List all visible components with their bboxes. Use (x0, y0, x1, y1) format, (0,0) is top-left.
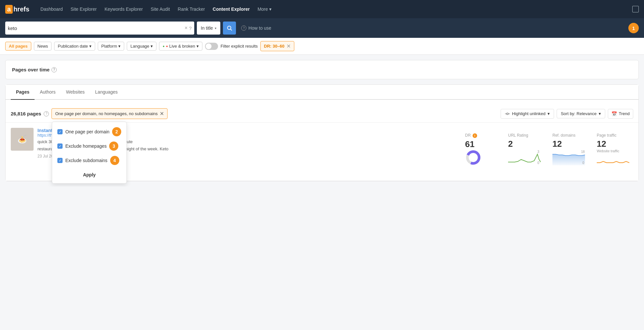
dr-info-icon[interactable]: i (473, 133, 477, 138)
pages-over-time-help-icon[interactable]: ? (51, 67, 57, 72)
all-pages-filter[interactable]: All pages (5, 42, 31, 51)
dropdown-item-exclude-homepages[interactable]: ✓ Exclude homepages 3 (52, 139, 126, 153)
language-chevron-icon: ▾ (151, 44, 153, 49)
svg-text:18: 18 (581, 150, 585, 154)
results-count: 26,816 pages (11, 111, 41, 116)
platform-label: Platform (101, 44, 117, 49)
nav-content-explorer[interactable]: Content Explorer (210, 5, 253, 14)
svg-marker-9 (552, 154, 585, 165)
language-label: Language (130, 44, 149, 49)
url-rating-chart: 3 0 (508, 149, 541, 165)
step-badge-3: 3 (109, 142, 118, 151)
filters-bar: All pages News Publication date ▾ Platfo… (0, 38, 644, 55)
dropdown-item-one-per-domain[interactable]: ✓ One page per domain 2 (52, 125, 126, 139)
platform-filter[interactable]: Platform ▾ (98, 42, 124, 51)
search-button[interactable] (223, 22, 236, 35)
how-to-use-icon: ? (241, 25, 246, 31)
live-broken-filter[interactable]: ● ● Live & broken ▾ (159, 42, 202, 51)
section-title-text: Pages over time (12, 67, 50, 72)
language-filter[interactable]: Language ▾ (127, 42, 156, 51)
nav-site-explorer[interactable]: Site Explorer (67, 5, 100, 14)
section-title: Pages over time ? (12, 67, 632, 72)
explicit-filter-label: Filter explicit results (221, 44, 258, 49)
dropdown-item-exclude-subdomains[interactable]: ✓ Exclude subdomains 4 (52, 153, 126, 168)
search-type-chevron-icon: ▾ (215, 26, 216, 30)
highlight-unlinked-label: Highlight unlinked (512, 111, 546, 116)
dr-filter-close-icon[interactable]: ✕ (286, 43, 291, 49)
tab-authors[interactable]: Authors (35, 85, 61, 100)
website-traffic-label: Website traffic (597, 149, 629, 153)
dropdown-item-label-exclude-homepages: Exclude homepages (65, 143, 107, 149)
dropdown-item-label-one-per-domain: One page per domain (65, 129, 109, 134)
page-traffic-stat-col: Page traffic 12 Website traffic (593, 128, 633, 175)
url-rating-label: URL Rating (508, 133, 541, 138)
trend-button[interactable]: 📅 Trend (608, 109, 633, 119)
logo[interactable]: a hrefs (5, 5, 29, 14)
results-controls-row: 26,816 pages ? One page per domain, no h… (6, 105, 638, 123)
broken-dot-icon: ● (166, 44, 168, 48)
tab-pages[interactable]: Pages (11, 85, 35, 100)
search-type-label: In title (201, 25, 213, 31)
search-clear-button[interactable]: × (184, 25, 187, 31)
explicit-filter-wrap: Filter explicit results (205, 43, 258, 50)
sort-chevron-icon: ▾ (599, 111, 601, 116)
sort-button[interactable]: Sort by: Relevance ▾ (557, 109, 605, 118)
svg-text:0: 0 (537, 161, 539, 165)
dr-filter-label: DR: 30–60 (264, 44, 285, 49)
svg-line-1 (231, 29, 232, 30)
svg-text:0: 0 (582, 161, 584, 165)
ref-domains-stat-col: Ref. domains 12 18 0 (549, 128, 589, 172)
nav-rank-tracker[interactable]: Rank Tracker (174, 5, 208, 14)
domain-filter-box[interactable]: One page per domain, no homepages, no su… (51, 108, 167, 119)
sort-label: Sort by: Relevance (561, 111, 597, 116)
checkbox-exclude-subdomains[interactable]: ✓ (57, 158, 63, 163)
publication-date-filter[interactable]: Publication date ▾ (54, 42, 95, 51)
dr-donut-chart (465, 149, 481, 166)
checkbox-exclude-homepages[interactable]: ✓ (57, 143, 63, 149)
dropdown-item-label-exclude-subdomains: Exclude subdomains (65, 158, 107, 163)
search-input[interactable] (8, 25, 184, 31)
nav-dashboard[interactable]: Dashboard (37, 5, 66, 14)
article-thumbnail: 🍝 (11, 128, 34, 151)
step-badge-4: 4 (110, 156, 119, 165)
svg-point-0 (227, 26, 231, 30)
nav-site-audit[interactable]: Site Audit (147, 5, 173, 14)
svg-text:3: 3 (537, 150, 539, 154)
checkbox-one-per-domain[interactable]: ✓ (57, 129, 63, 134)
nav-keywords-explorer[interactable]: Keywords Explorer (101, 5, 146, 14)
logo-hrefs: hrefs (13, 6, 29, 13)
news-filter[interactable]: News (34, 42, 52, 51)
pages-over-time-section: Pages over time ? (5, 60, 639, 79)
dr-stat-col: DR i 61 (461, 128, 500, 172)
search-help-icon[interactable]: ? (189, 25, 192, 31)
ref-domains-label: Ref. domains (552, 133, 585, 138)
ref-domains-value: 12 (552, 139, 585, 149)
how-to-use-label: How to use (248, 25, 271, 31)
apply-button[interactable]: Apply (56, 170, 122, 179)
tab-languages[interactable]: Languages (90, 85, 123, 100)
nav-more-button[interactable]: More ▾ (254, 5, 275, 14)
step-badge-1[interactable]: 1 (628, 23, 639, 33)
calendar-icon: 📅 (611, 111, 617, 116)
live-broken-chevron-icon: ▾ (197, 44, 199, 49)
pub-date-label: Publication date (58, 44, 88, 49)
tab-websites[interactable]: Websites (61, 85, 90, 100)
search-type-dropdown[interactable]: In title ▾ (197, 22, 220, 35)
live-broken-label: Live & broken (169, 44, 195, 49)
search-input-wrap: × ? (5, 22, 194, 35)
search-bar: × ? In title ▾ ? How to use 1 (0, 18, 644, 38)
dr-filter-badge[interactable]: DR: 30–60 ✕ (260, 41, 294, 51)
page-traffic-value: 12 (597, 139, 629, 149)
tabs-row: Pages Authors Websites Languages (6, 85, 638, 100)
results-help-icon[interactable]: ? (44, 111, 49, 116)
highlight-unlinked-button[interactable]: Highlight unlinked ▾ (501, 109, 554, 119)
nav-links: Dashboard Site Explorer Keywords Explore… (37, 5, 275, 14)
top-nav: a hrefs Dashboard Site Explorer Keywords… (0, 0, 644, 18)
domain-filter-close-icon[interactable]: ✕ (160, 111, 164, 117)
thumb-emoji: 🍝 (17, 135, 27, 144)
dr-value: 61 (465, 139, 496, 149)
page-traffic-label: Page traffic (597, 133, 629, 138)
explicit-filter-toggle[interactable] (205, 43, 218, 50)
window-button[interactable] (632, 6, 639, 12)
how-to-use-link[interactable]: ? How to use (241, 25, 271, 31)
